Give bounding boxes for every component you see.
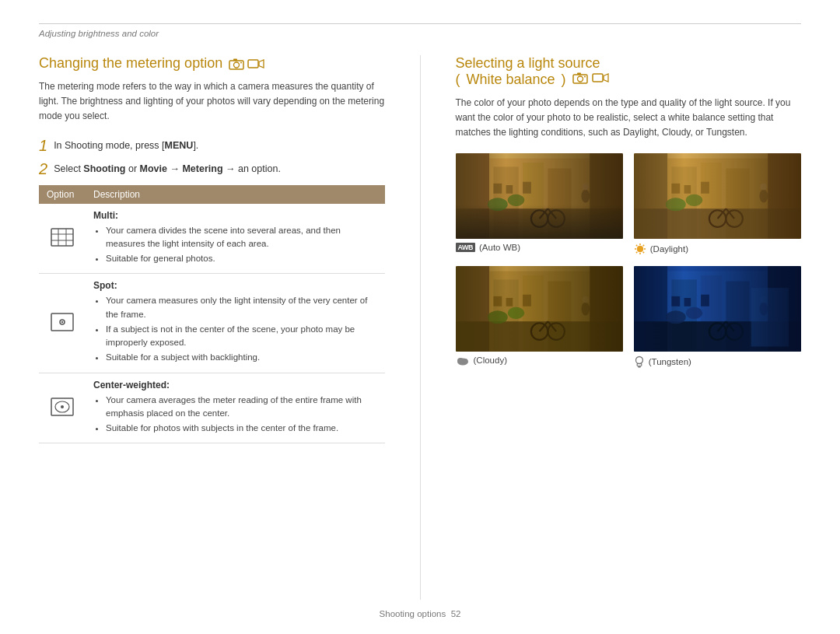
left-title-text: Changing the metering option bbox=[39, 55, 222, 72]
tungsten-label-text: (Tungsten) bbox=[649, 357, 691, 366]
svg-rect-80 bbox=[456, 321, 623, 352]
svg-rect-76 bbox=[493, 296, 502, 306]
svg-point-40 bbox=[487, 198, 507, 211]
svg-point-60 bbox=[685, 194, 702, 205]
svg-line-68 bbox=[642, 244, 643, 245]
column-divider bbox=[420, 55, 421, 600]
cloudy-svg bbox=[456, 266, 623, 352]
center-desc-1: Your camera averages the meter reading o… bbox=[106, 394, 377, 421]
svg-point-3 bbox=[240, 61, 242, 63]
svg-rect-31 bbox=[523, 181, 531, 193]
svg-rect-79 bbox=[590, 266, 623, 352]
svg-rect-78 bbox=[523, 294, 531, 306]
svg-rect-102 bbox=[634, 321, 801, 352]
svg-rect-93 bbox=[634, 266, 667, 352]
table-row: Multi: Your camera divides the scene int… bbox=[39, 204, 385, 274]
svg-point-104 bbox=[726, 323, 743, 340]
wb-photo-cloudy bbox=[456, 266, 623, 352]
svg-rect-32 bbox=[590, 153, 623, 239]
options-table: Option Description bbox=[39, 185, 385, 444]
svg-rect-97 bbox=[726, 281, 749, 352]
svg-marker-22 bbox=[604, 74, 608, 82]
svg-point-61 bbox=[637, 246, 643, 252]
wb-photo-autowb bbox=[456, 153, 623, 239]
spot-desc-3: Suitable for a subject with backlighting… bbox=[106, 351, 377, 364]
svg-rect-24 bbox=[456, 153, 489, 239]
svg-point-82 bbox=[548, 323, 565, 340]
svg-line-36 bbox=[539, 208, 548, 219]
multi-desc-2: Suitable for general photos. bbox=[106, 252, 377, 265]
table-row: Spot: Your camera measures only the ligh… bbox=[39, 274, 385, 373]
svg-point-18 bbox=[577, 76, 583, 82]
step-2-number: 2 bbox=[39, 160, 47, 177]
awb-icon: AWB bbox=[456, 243, 476, 252]
svg-rect-99 bbox=[684, 298, 691, 306]
wb-photo-tungsten bbox=[634, 266, 801, 352]
svg-rect-92 bbox=[634, 266, 801, 352]
table-row: Center-weighted: Your camera averages th… bbox=[39, 373, 385, 443]
autowb-photo-sim bbox=[456, 153, 623, 239]
video-camera-icon bbox=[247, 58, 264, 70]
spot-name: Spot: bbox=[93, 280, 377, 291]
svg-rect-44 bbox=[667, 158, 768, 238]
spot-desc-1: Your camera measures only the light inte… bbox=[106, 294, 377, 321]
svg-rect-46 bbox=[701, 163, 722, 239]
sun-icon bbox=[634, 243, 646, 255]
svg-rect-2 bbox=[233, 58, 237, 61]
menu-key-label: MENU bbox=[165, 140, 194, 151]
svg-rect-72 bbox=[489, 271, 590, 351]
wb-item-daylight: (Daylight) bbox=[634, 153, 801, 255]
footer-page: 52 bbox=[451, 609, 461, 618]
svg-rect-98 bbox=[671, 296, 680, 306]
right-video-camera-icon bbox=[592, 72, 609, 84]
footer-text: Shooting options bbox=[380, 609, 446, 618]
wb-item-autowb: AWB (Auto WB) bbox=[456, 153, 623, 255]
autowb-label-text: (Auto WB) bbox=[479, 243, 520, 252]
metering-label: Metering bbox=[182, 163, 222, 174]
svg-line-69 bbox=[636, 251, 637, 252]
svg-rect-21 bbox=[593, 74, 603, 82]
svg-rect-70 bbox=[456, 266, 623, 352]
svg-rect-96 bbox=[701, 275, 722, 352]
svg-rect-26 bbox=[493, 166, 518, 239]
step-2: 2 Select Shooting or Movie → Metering → … bbox=[39, 160, 385, 177]
svg-line-106 bbox=[726, 321, 734, 331]
col-description: Description bbox=[86, 185, 385, 204]
svg-point-35 bbox=[548, 210, 565, 227]
wb-photo-daylight bbox=[634, 153, 801, 239]
svg-line-83 bbox=[539, 321, 548, 331]
svg-line-84 bbox=[548, 321, 556, 331]
right-title-text-2: ( bbox=[456, 72, 460, 88]
spot-desc-2: If a subject is not in the center of the… bbox=[106, 323, 377, 350]
right-intro: The color of your photo depends on the t… bbox=[456, 96, 802, 141]
svg-rect-77 bbox=[506, 298, 513, 306]
right-title-text-1: Selecting a light source bbox=[456, 55, 600, 72]
svg-point-58 bbox=[760, 183, 767, 190]
content-columns: Changing the metering option bbox=[39, 55, 801, 600]
svg-point-1 bbox=[234, 62, 240, 68]
svg-rect-25 bbox=[489, 158, 590, 238]
svg-marker-5 bbox=[259, 60, 264, 68]
spot-metering-icon bbox=[51, 313, 74, 331]
daylight-svg bbox=[634, 153, 801, 239]
svg-rect-42 bbox=[634, 153, 801, 239]
svg-rect-27 bbox=[523, 163, 544, 239]
multi-desc-1: Your camera divides the scene into sever… bbox=[106, 224, 377, 251]
svg-point-107 bbox=[759, 302, 768, 315]
svg-point-38 bbox=[581, 189, 590, 202]
svg-point-34 bbox=[530, 210, 548, 227]
svg-rect-75 bbox=[548, 281, 571, 352]
daylight-label-text: (Daylight) bbox=[650, 244, 688, 254]
svg-point-20 bbox=[584, 76, 586, 78]
multi-metering-icon bbox=[51, 228, 74, 247]
svg-line-66 bbox=[636, 244, 637, 245]
svg-point-54 bbox=[726, 210, 743, 227]
svg-rect-71 bbox=[456, 266, 489, 352]
photo-camera-icon bbox=[229, 58, 244, 70]
spot-desc: Your camera measures only the light inte… bbox=[93, 294, 377, 364]
svg-point-59 bbox=[666, 198, 686, 211]
center-desc-2: Suitable for photos with subjects in the… bbox=[106, 422, 377, 435]
right-title-close: ) bbox=[562, 72, 566, 88]
left-intro: The metering mode refers to the way in w… bbox=[39, 79, 385, 124]
movie-label: Movie bbox=[140, 163, 167, 174]
